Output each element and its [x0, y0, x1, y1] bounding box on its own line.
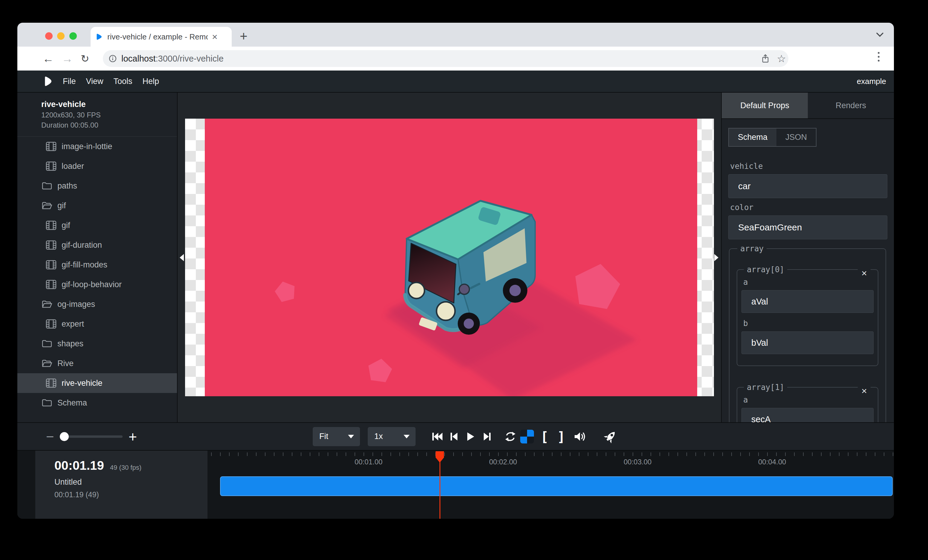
- composition-list-item[interactable]: loader: [17, 156, 177, 176]
- composition-list-item[interactable]: gif-duration: [17, 235, 177, 255]
- composition-list-item[interactable]: paths: [17, 176, 177, 196]
- prop-field-input[interactable]: aVal: [742, 290, 874, 313]
- share-icon[interactable]: [762, 54, 769, 63]
- reload-icon[interactable]: ↻: [81, 53, 89, 65]
- screenshot-root: rive-vehicle / example - Remoti × + ← → …: [0, 0, 928, 560]
- composition-canvas: [185, 119, 714, 396]
- film-icon: [46, 260, 56, 269]
- render-rocket-icon[interactable]: [604, 430, 617, 443]
- back-icon[interactable]: ←: [43, 52, 54, 65]
- composition-list-item[interactable]: gif-loop-behavior: [17, 275, 177, 294]
- prop-field-input[interactable]: secA: [742, 408, 874, 422]
- browser-menu-icon[interactable]: [878, 52, 879, 62]
- collapse-right-panel-icon[interactable]: [713, 253, 719, 262]
- video-frame: [205, 119, 697, 396]
- composition-label: gif: [57, 201, 66, 210]
- composition-list-item[interactable]: shapes: [17, 334, 177, 353]
- folder-icon: [41, 339, 52, 348]
- composition-list-item[interactable]: image-in-lottie: [17, 137, 177, 156]
- prop-field-label: vehicle: [730, 162, 887, 170]
- composition-list-item[interactable]: gif: [17, 215, 177, 235]
- transparency-checkerboard-toggle[interactable]: [520, 430, 534, 443]
- set-in-point-icon[interactable]: [: [540, 429, 549, 444]
- props-panel: Default PropsRenders SchemaJSON vehicle …: [721, 93, 894, 422]
- zoom-in-button[interactable]: +: [128, 428, 137, 445]
- menubar-item-help[interactable]: Help: [143, 77, 159, 86]
- composition-list-item[interactable]: Rive: [17, 353, 177, 373]
- speed-select-value: 1x: [374, 432, 383, 441]
- minimize-window-button[interactable]: [57, 32, 64, 40]
- prop-field-label: b: [743, 319, 874, 328]
- composition-list-item[interactable]: gif: [17, 196, 177, 215]
- collapse-sidebar-icon[interactable]: [179, 253, 185, 262]
- composition-list-item[interactable]: og-images: [17, 294, 177, 314]
- film-icon: [46, 319, 56, 329]
- zoom-slider-thumb[interactable]: [60, 432, 69, 441]
- remove-array-item-icon[interactable]: ×: [858, 268, 871, 279]
- composition-label: loader: [62, 162, 84, 171]
- props-panel-body: SchemaJSON vehicle car color SeaFoamGree…: [722, 119, 894, 422]
- tab-search-chevron-icon[interactable]: [876, 32, 884, 37]
- composition-list-item[interactable]: expert: [17, 314, 177, 334]
- composition-list-item[interactable]: rive-vehicle: [17, 373, 177, 393]
- site-info-icon[interactable]: [109, 55, 117, 62]
- new-tab-button[interactable]: +: [240, 29, 247, 44]
- prop-field: vehicle car: [728, 162, 887, 198]
- composition-label: gif-fill-modes: [62, 260, 107, 269]
- menubar-item-file[interactable]: File: [63, 77, 76, 86]
- prop-field: a secA: [742, 395, 874, 422]
- browser-tab[interactable]: rive-vehicle / example - Remoti ×: [91, 27, 232, 47]
- playback-controls-bar: − + Fit 1x: [17, 422, 894, 450]
- address-bar[interactable]: localhost:3000/rive-vehicle ☆: [103, 50, 788, 67]
- tab-close-icon[interactable]: ×: [212, 32, 218, 41]
- previous-frame-icon[interactable]: [450, 432, 458, 441]
- prop-field-input[interactable]: bVal: [742, 332, 874, 354]
- playback-speed-select[interactable]: 1x: [368, 427, 415, 446]
- fit-select[interactable]: Fit: [313, 427, 360, 446]
- volume-icon[interactable]: [574, 431, 587, 442]
- film-icon: [46, 142, 56, 151]
- set-out-point-icon[interactable]: ]: [557, 429, 565, 444]
- ruler-label: 00:01.00: [354, 458, 382, 466]
- props-tab-renders[interactable]: Renders: [808, 93, 894, 118]
- prop-field: a aVal: [742, 278, 874, 313]
- composition-label: Schema: [57, 398, 87, 408]
- remotion-logo-icon[interactable]: [43, 76, 53, 87]
- array-item-fieldset: array[0] × a aVal b bVal: [737, 265, 878, 366]
- ruler-label: 00:03.00: [624, 458, 652, 466]
- composition-label: og-images: [57, 300, 95, 309]
- timeline: 00:01.19 49 (30 fps) Untitled 00:01.19 (…: [17, 450, 894, 519]
- prop-field-input[interactable]: SeaFoamGreen: [728, 215, 887, 239]
- timeline-ruler[interactable]: 00:01.0000:02.0000:03.0000:04.00: [208, 450, 894, 469]
- remove-array-item-icon[interactable]: ×: [858, 385, 871, 397]
- bookmark-star-icon[interactable]: ☆: [777, 53, 786, 65]
- chevron-down-icon: [404, 435, 410, 438]
- composition-list-item[interactable]: gif-fill-modes: [17, 255, 177, 275]
- menubar-item-tools[interactable]: Tools: [114, 77, 133, 86]
- zoom-slider[interactable]: [61, 435, 122, 438]
- toggle-schema[interactable]: Schema: [729, 128, 777, 146]
- zoom-out-button[interactable]: −: [46, 429, 54, 445]
- close-window-button[interactable]: [45, 32, 53, 40]
- play-icon[interactable]: [466, 432, 475, 441]
- composition-label: paths: [57, 181, 77, 191]
- array-fieldset-label: array: [737, 244, 766, 253]
- composition-list-item[interactable]: Schema: [17, 393, 177, 413]
- toggle-json[interactable]: JSON: [777, 128, 816, 146]
- forward-icon[interactable]: →: [62, 52, 73, 65]
- tab-title: rive-vehicle / example - Remoti: [107, 32, 208, 41]
- props-tab-default-props[interactable]: Default Props: [722, 93, 808, 118]
- timeline-track-bar[interactable]: [220, 476, 893, 496]
- browser-toolbar: ← → ↻ localhost:3000/rive-vehicle ☆: [17, 47, 894, 70]
- van-illustration: [384, 192, 557, 338]
- maximize-window-button[interactable]: [69, 32, 77, 40]
- timeline-info-panel: 00:01.19 49 (30 fps) Untitled 00:01.19 (…: [35, 450, 208, 519]
- jump-to-start-icon[interactable]: [432, 432, 443, 441]
- menubar-item-view[interactable]: View: [86, 77, 104, 86]
- next-frame-icon[interactable]: [483, 432, 491, 441]
- prop-field-input[interactable]: car: [728, 174, 887, 198]
- array-item-label: array[1]: [744, 383, 787, 392]
- loop-icon[interactable]: [504, 432, 517, 442]
- prop-field-label: color: [730, 203, 887, 212]
- ruler-label: 00:04.00: [758, 458, 786, 466]
